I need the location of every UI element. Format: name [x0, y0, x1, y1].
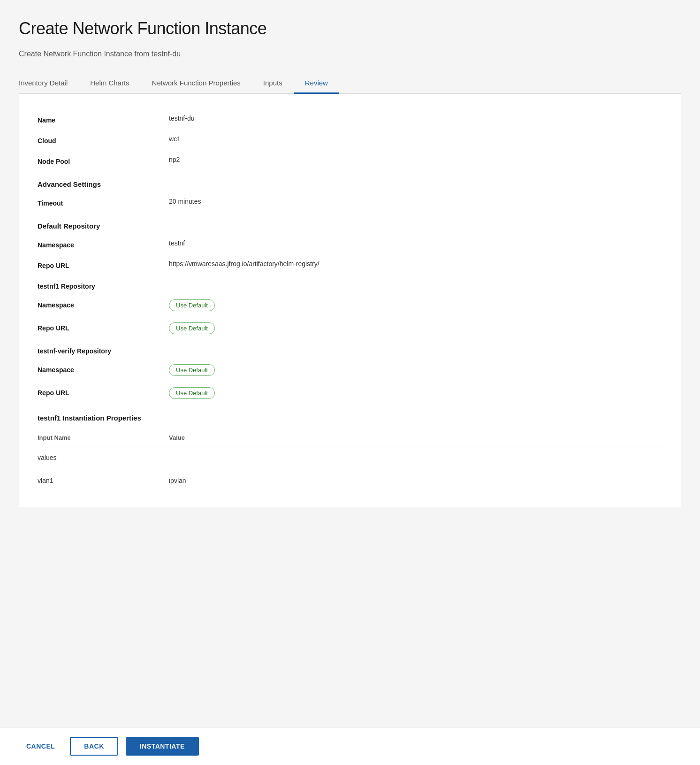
properties-table: Input Name Value valuesvlan1ipvlan	[38, 429, 662, 492]
page-title: Create Network Function Instance	[19, 19, 681, 38]
tabs-container: Inventory Detail Helm Charts Network Fun…	[19, 73, 681, 94]
instantiation-heading: testnf1 Instantiation Properties	[38, 405, 662, 426]
testnf1-repo-url-row: Repo URL Use Default	[38, 317, 662, 340]
node-pool-value: np2	[169, 156, 662, 163]
default-namespace-value: testnf	[169, 239, 662, 247]
testnf1-namespace-row: Namespace Use Default	[38, 294, 662, 317]
default-namespace-label: Namespace	[38, 239, 169, 249]
default-namespace-row: Namespace testnf	[38, 234, 662, 254]
testnf-verify-namespace-badge-container: Use Default	[169, 364, 662, 376]
tab-review[interactable]: Review	[294, 73, 339, 94]
default-repo-heading: Default Repository	[38, 213, 662, 234]
testnf1-repo-url-badge-container: Use Default	[169, 322, 662, 334]
tab-nf-properties[interactable]: Network Function Properties	[141, 73, 252, 94]
name-label: Name	[38, 115, 169, 124]
footer: CANCEL BACK INSTANTIATE	[0, 727, 700, 765]
testnf-verify-repo-heading: testnf-verify Repository	[38, 340, 662, 359]
content-area: Name testnf-du Cloud wc1 Node Pool np2 A…	[19, 94, 681, 507]
node-pool-row: Node Pool np2	[38, 150, 662, 171]
testnf1-repo-url-badge: Use Default	[169, 322, 215, 334]
back-button[interactable]: BACK	[70, 737, 118, 756]
cloud-label: Cloud	[38, 135, 169, 145]
cloud-value: wc1	[169, 135, 662, 143]
node-pool-label: Node Pool	[38, 156, 169, 165]
instantiate-button[interactable]: INSTANTIATE	[126, 737, 199, 756]
timeout-label: Timeout	[38, 198, 169, 207]
cell-input-name: values	[38, 446, 169, 469]
page-container: Create Network Function Instance Create …	[0, 0, 700, 765]
testnf1-namespace-badge: Use Default	[169, 299, 215, 311]
cell-input-name: vlan1	[38, 469, 169, 492]
testnf-verify-namespace-row: Namespace Use Default	[38, 359, 662, 382]
default-repo-url-value: https://vmwaresaas.jfrog.io/artifactory/…	[169, 260, 662, 268]
testnf1-namespace-badge-container: Use Default	[169, 299, 662, 311]
default-repo-url-label: Repo URL	[38, 260, 169, 269]
page-subtitle: Create Network Function Instance from te…	[19, 50, 681, 58]
col-input-name: Input Name	[38, 429, 169, 446]
timeout-value: 20 minutes	[169, 198, 662, 205]
testnf-verify-namespace-label: Namespace	[38, 364, 169, 374]
testnf-verify-repo-url-badge-container: Use Default	[169, 387, 662, 399]
testnf1-repo-url-label: Repo URL	[38, 322, 169, 332]
col-value: Value	[169, 429, 662, 446]
testnf-verify-repo-url-badge: Use Default	[169, 387, 215, 399]
testnf-verify-repo-url-row: Repo URL Use Default	[38, 382, 662, 405]
cell-value	[169, 446, 662, 469]
cell-value: ipvlan	[169, 469, 662, 492]
testnf-verify-repo-url-label: Repo URL	[38, 387, 169, 397]
main-content: Create Network Function Instance Create …	[0, 0, 700, 564]
testnf1-repo-heading: testnf1 Repository	[38, 275, 662, 294]
table-row: values	[38, 446, 662, 469]
default-repo-url-row: Repo URL https://vmwaresaas.jfrog.io/art…	[38, 254, 662, 275]
tab-helm-charts[interactable]: Helm Charts	[79, 73, 140, 94]
name-row: Name testnf-du	[38, 109, 662, 130]
advanced-settings-heading: Advanced Settings	[38, 171, 662, 192]
timeout-row: Timeout 20 minutes	[38, 192, 662, 213]
testnf1-namespace-label: Namespace	[38, 299, 169, 309]
table-row: vlan1ipvlan	[38, 469, 662, 492]
tab-inputs[interactable]: Inputs	[252, 73, 294, 94]
testnf-verify-namespace-badge: Use Default	[169, 364, 215, 376]
tab-inventory-detail[interactable]: Inventory Detail	[19, 73, 79, 94]
cancel-button[interactable]: CANCEL	[19, 737, 62, 756]
name-value: testnf-du	[169, 115, 662, 122]
cloud-row: Cloud wc1	[38, 130, 662, 150]
